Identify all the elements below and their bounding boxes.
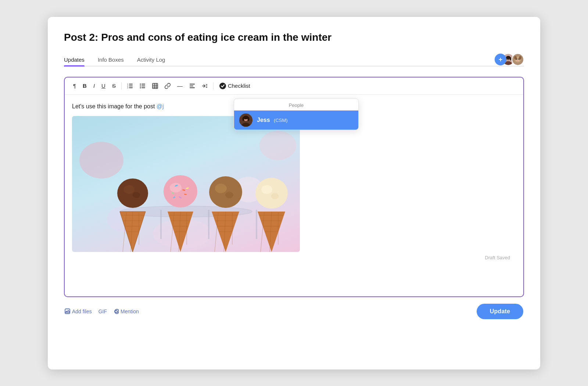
toolbar-separator-1 — [121, 82, 122, 90]
editor-container: ¶ B I U S 123 — — [64, 77, 524, 297]
svg-rect-16 — [129, 87, 133, 88]
svg-rect-104 — [256, 210, 257, 239]
add-files-button[interactable]: Add files — [65, 309, 92, 314]
editor-image — [72, 116, 300, 252]
avatar-2 — [512, 53, 524, 66]
toolbar-table-button[interactable] — [150, 82, 161, 90]
toolbar-link-button[interactable] — [162, 82, 173, 90]
svg-point-44 — [248, 117, 250, 121]
toolbar-checklist-button[interactable]: Checklist — [216, 81, 253, 91]
mention-avatar-jess — [239, 113, 252, 127]
svg-rect-15 — [129, 86, 133, 86]
svg-rect-26 — [153, 83, 158, 89]
svg-rect-32 — [190, 86, 193, 86]
svg-point-38 — [219, 83, 226, 89]
collaborators-avatars: + — [495, 53, 524, 66]
mention-button[interactable]: Mention — [114, 309, 139, 314]
svg-point-43 — [243, 117, 244, 121]
mention-item-jess[interactable]: Jess (CSM) — [234, 111, 358, 130]
svg-point-20 — [140, 83, 141, 84]
main-window: Post 2: Pros and cons of eating ice crea… — [48, 17, 540, 369]
svg-point-72 — [170, 183, 182, 192]
mention-item-name: Jess (CSM) — [257, 117, 288, 123]
mention-role: (CSM) — [274, 118, 288, 123]
svg-rect-33 — [190, 87, 195, 88]
toolbar-unordered-list-button[interactable] — [137, 82, 148, 90]
svg-rect-23 — [141, 86, 145, 86]
page-title: Post 2: Pros and cons of eating ice crea… — [64, 32, 524, 43]
draft-status: Draft Saved — [485, 255, 510, 260]
mention-label: Mention — [121, 309, 139, 314]
toolbar-paragraph-button[interactable]: ¶ — [71, 82, 79, 90]
tab-updates[interactable]: Updates — [64, 54, 85, 66]
svg-point-3 — [506, 56, 510, 59]
svg-point-60 — [117, 178, 148, 208]
checklist-label: Checklist — [228, 83, 250, 89]
svg-point-13 — [517, 60, 519, 61]
svg-point-100 — [261, 185, 272, 194]
editor-footer: Draft Saved — [72, 252, 516, 263]
toolbar-hr-button[interactable]: — — [175, 82, 185, 90]
editor-text-before-mention: Let's use this image for the post — [72, 103, 157, 109]
mention-name: Jess — [257, 117, 270, 123]
svg-rect-14 — [129, 84, 133, 84]
toolbar-separator-2 — [213, 82, 214, 90]
svg-point-22 — [140, 85, 141, 86]
svg-rect-102 — [160, 210, 162, 239]
editor-mention-text: @j — [157, 103, 164, 109]
svg-point-45 — [79, 142, 123, 178]
bottom-bar: Add files GIF Mention Update — [64, 304, 524, 319]
svg-rect-21 — [141, 84, 145, 84]
svg-point-46 — [259, 131, 296, 160]
svg-point-90 — [225, 192, 233, 198]
svg-rect-31 — [190, 84, 195, 84]
add-files-label: Add files — [72, 309, 92, 314]
toolbar-indent-button[interactable] — [199, 82, 210, 90]
svg-point-62 — [133, 192, 140, 198]
toolbar-strikethrough-button[interactable]: S — [110, 82, 118, 90]
toolbar-underline-button[interactable]: U — [99, 82, 108, 90]
add-collaborator-button[interactable]: + — [495, 54, 506, 65]
svg-point-11 — [518, 59, 519, 60]
svg-text:3: 3 — [127, 87, 128, 89]
tab-info-boxes[interactable]: Info Boxes — [98, 54, 124, 66]
toolbar-bold-button[interactable]: B — [80, 82, 89, 90]
svg-point-89 — [215, 184, 227, 193]
gif-button[interactable]: GIF — [98, 309, 107, 314]
update-button[interactable]: Update — [477, 304, 523, 319]
bottom-actions: Add files GIF Mention — [65, 309, 139, 314]
svg-point-101 — [271, 193, 279, 199]
mention-dropdown-header: People — [234, 99, 358, 111]
svg-rect-25 — [141, 87, 145, 88]
gif-label: GIF — [98, 309, 107, 314]
svg-rect-103 — [208, 210, 209, 239]
editor-body[interactable]: Let's use this image for the post @j Peo… — [65, 95, 523, 268]
svg-point-10 — [516, 59, 517, 60]
svg-point-99 — [255, 178, 288, 209]
tabs-bar: Updates Info Boxes Activity Log + — [64, 54, 524, 66]
toolbar-align-button[interactable] — [187, 82, 198, 90]
svg-point-5 — [510, 57, 511, 61]
svg-point-88 — [209, 176, 242, 208]
svg-point-61 — [123, 185, 135, 194]
editor-toolbar: ¶ B I U S 123 — — [65, 77, 523, 95]
svg-point-71 — [164, 175, 197, 208]
toolbar-ordered-list-button[interactable]: 123 — [125, 82, 136, 90]
mention-dropdown: People — [234, 98, 359, 130]
tab-activity-log[interactable]: Activity Log — [137, 54, 165, 66]
toolbar-italic-button[interactable]: I — [91, 82, 97, 90]
svg-point-24 — [140, 87, 141, 88]
